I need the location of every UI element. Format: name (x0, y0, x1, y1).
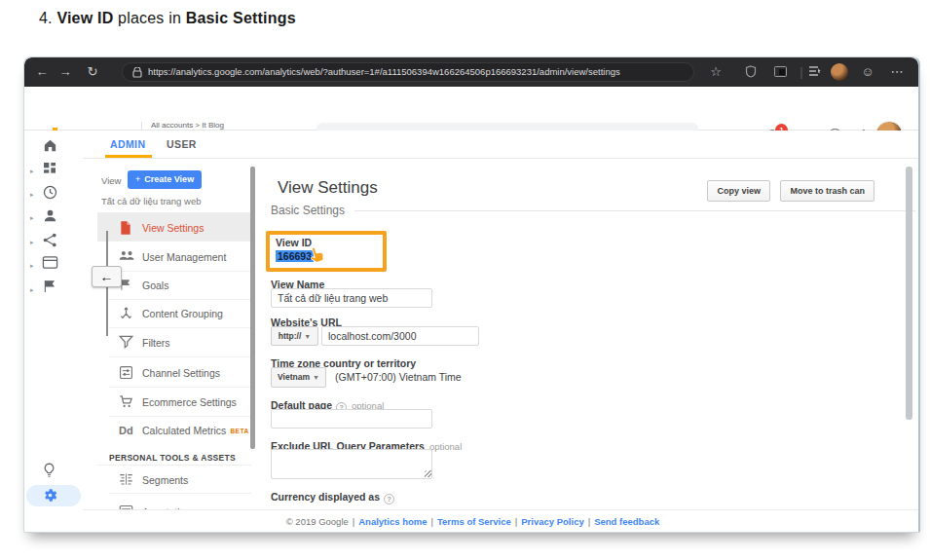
report-sidebar: ▸ ▸ ▸ ▸ ▸ ▸ › (24, 131, 83, 533)
view-name-input[interactable] (271, 288, 432, 308)
expand-arrow-icon[interactable]: ▸ (30, 191, 34, 199)
exclude-params-textarea[interactable] (271, 449, 432, 479)
sidebar-item-acquisition[interactable] (42, 232, 65, 255)
breadcrumb: All accounts > It Blog (151, 121, 224, 130)
view-id-label: View ID (276, 237, 312, 248)
nav-scrollbar[interactable] (250, 167, 255, 449)
nav-item-channel-settings[interactable]: Channel Settings (97, 358, 251, 388)
beta-badge: BETA (230, 428, 248, 434)
back-icon[interactable]: ← (32, 57, 52, 87)
sidebar-item-audience[interactable] (42, 207, 65, 231)
sidebar-item-realtime[interactable] (42, 184, 65, 207)
browser-window: ← → ↻ https://analytics.google.com/analy… (23, 56, 920, 533)
tab-admin[interactable]: ADMIN (110, 138, 145, 150)
file-icon (119, 220, 134, 236)
feedback-smiley-icon[interactable]: ☺ (858, 57, 877, 87)
expand-arrow-icon[interactable]: ▸ (30, 239, 34, 246)
browser-profile-avatar[interactable] (831, 63, 848, 81)
analytics-footer: © 2019 Google|Analytics home|Terms of Se… (24, 509, 920, 533)
link-privacy-policy[interactable]: Privacy Policy (521, 516, 583, 527)
sidebar-item-conversions[interactable] (42, 279, 65, 302)
plus-icon: + (135, 174, 140, 184)
favorite-star-icon[interactable]: ☆ (706, 57, 725, 87)
timezone-value: (GMT+07:00) Vietnam Time (335, 371, 462, 383)
basic-settings-section: Basic Settings (271, 204, 915, 217)
sidebar-item-admin[interactable] (42, 487, 65, 510)
admin-nav-panel: View +Create View Tất cả dữ liệu trang w… (97, 159, 259, 509)
dd-icon: Dd (119, 423, 134, 438)
nav-item-calculated-metrics[interactable]: Dd Calculated MetricsBETA (97, 416, 251, 445)
selected-view-name[interactable]: Tất cả dữ liệu trang web (101, 196, 201, 206)
nav-item-ecommerce-settings[interactable]: Ecommerce Settings (97, 388, 251, 417)
nav-item-filters[interactable]: Filters (97, 328, 251, 357)
link-analytics-home[interactable]: Analytics home (358, 516, 427, 527)
person-arrows-icon (119, 306, 134, 321)
view-settings-panel: View Settings Copy view Move to trash ca… (259, 159, 920, 509)
timezone-country-dropdown[interactable]: Vietnam▼ (271, 367, 326, 388)
nav-item-content-grouping[interactable]: Content Grouping (97, 299, 251, 328)
browser-toolbar: ← → ↻ https://analytics.google.com/analy… (24, 57, 918, 87)
view-column-label: View (101, 175, 121, 186)
address-bar[interactable]: https://analytics.google.com/analytics/w… (122, 62, 694, 82)
copy-view-button[interactable]: Copy view (707, 180, 770, 202)
tutorial-caption: 4. View ID places in Basic Settings (39, 10, 296, 27)
browser-menu-icon[interactable]: ⋯ (887, 57, 907, 87)
link-send-feedback[interactable]: Send feedback (594, 516, 659, 527)
expand-arrow-icon[interactable]: ▸ (30, 262, 34, 270)
resize-grip-icon[interactable] (425, 470, 431, 477)
expand-arrow-icon[interactable]: ▸ (30, 286, 34, 294)
main-scrollbar[interactable] (906, 167, 912, 420)
nav-item-segments[interactable]: Segments (97, 465, 251, 494)
copyright-text: © 2019 Google (286, 516, 349, 527)
move-to-trash-button[interactable]: Move to trash can (780, 180, 874, 202)
url-text: https://analytics.google.com/analytics/w… (148, 63, 620, 81)
admin-tab-bar: ADMIN USER (83, 131, 920, 159)
people-icon (119, 249, 134, 265)
nav-item-view-settings[interactable]: View Settings (97, 212, 251, 242)
nav-section-header: PERSONAL TOOLS & ASSETS (109, 453, 236, 463)
analytics-header: Analytics All accounts > It Blog Tất cả … (24, 87, 918, 131)
lock-icon (132, 67, 142, 78)
tab-user[interactable]: USER (167, 138, 197, 150)
sidebar-item-customization[interactable] (42, 161, 65, 184)
segments-icon (119, 472, 134, 488)
default-page-input[interactable] (271, 409, 432, 429)
sidebar-item-home[interactable] (42, 137, 65, 161)
refresh-icon[interactable]: ↻ (83, 57, 102, 87)
caret-down-icon: ▼ (304, 333, 311, 340)
create-view-button[interactable]: +Create View (128, 170, 202, 189)
sidebar-item-behavior[interactable] (42, 255, 65, 279)
help-icon[interactable]: ? (384, 494, 394, 504)
website-url-input[interactable] (321, 326, 479, 346)
annotation-back-arrow-icon: ← (92, 266, 122, 287)
expand-arrow-icon[interactable]: ▸ (30, 168, 34, 175)
sliders-box-icon (119, 365, 134, 381)
link-terms-of-service[interactable]: Terms of Service (437, 516, 511, 527)
favorites-bar-icon[interactable] (805, 57, 825, 87)
collections-icon[interactable] (770, 57, 790, 87)
forward-icon[interactable]: → (56, 57, 75, 87)
nav-item-annotations[interactable]: Annotations (97, 498, 251, 509)
cart-icon (119, 394, 134, 410)
page-title: View Settings (278, 178, 378, 198)
protocol-dropdown[interactable]: http://▼ (271, 326, 318, 346)
expand-arrow-icon[interactable]: ▸ (30, 214, 34, 222)
currency-label: Currency displayed as? (271, 491, 394, 504)
shield-icon[interactable] (741, 57, 761, 87)
funnel-icon (119, 335, 134, 351)
sidebar-item-insights[interactable] (42, 462, 65, 485)
caret-down-icon: ▼ (313, 374, 319, 381)
